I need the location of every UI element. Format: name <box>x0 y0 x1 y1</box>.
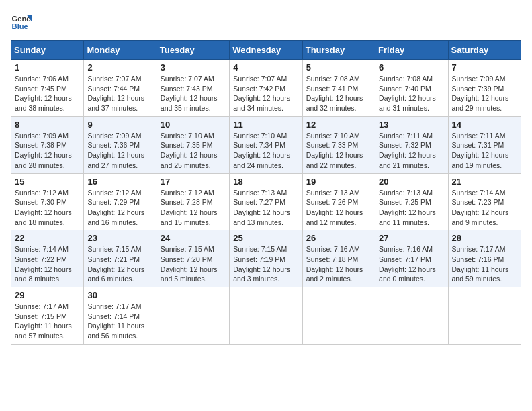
table-row: 29Sunrise: 7:17 AMSunset: 7:15 PMDayligh… <box>11 287 84 345</box>
day-number: 6 <box>379 62 444 73</box>
col-saturday: Saturday <box>448 41 521 60</box>
table-row: 10Sunrise: 7:10 AMSunset: 7:35 PMDayligh… <box>157 116 229 173</box>
calendar-row: 15Sunrise: 7:12 AMSunset: 7:30 PMDayligh… <box>11 173 521 230</box>
table-row: 26Sunrise: 7:16 AMSunset: 7:18 PMDayligh… <box>302 230 375 287</box>
table-row: 3Sunrise: 7:07 AMSunset: 7:43 PMDaylight… <box>157 60 229 117</box>
day-number: 9 <box>87 120 152 130</box>
day-number: 24 <box>161 233 226 243</box>
table-row: 5Sunrise: 7:08 AMSunset: 7:41 PMDaylight… <box>302 60 375 117</box>
day-number: 12 <box>306 120 371 130</box>
table-row <box>157 287 229 345</box>
calendar-row: 22Sunrise: 7:14 AMSunset: 7:22 PMDayligh… <box>11 230 521 287</box>
col-monday: Monday <box>84 41 157 60</box>
day-info: Sunrise: 7:08 AMSunset: 7:40 PMDaylight:… <box>379 74 444 113</box>
day-number: 23 <box>87 233 152 243</box>
logo-icon: General Blue <box>11 11 32 32</box>
table-row: 21Sunrise: 7:14 AMSunset: 7:23 PMDayligh… <box>448 173 521 230</box>
day-number: 1 <box>15 62 80 73</box>
table-row: 1Sunrise: 7:06 AMSunset: 7:45 PMDaylight… <box>11 60 84 117</box>
day-info: Sunrise: 7:14 AMSunset: 7:23 PMDaylight:… <box>452 188 517 228</box>
table-row: 18Sunrise: 7:13 AMSunset: 7:27 PMDayligh… <box>230 173 302 230</box>
day-number: 29 <box>15 290 80 300</box>
day-info: Sunrise: 7:10 AMSunset: 7:33 PMDaylight:… <box>306 131 371 171</box>
day-number: 5 <box>306 62 371 73</box>
day-number: 27 <box>379 233 444 243</box>
day-info: Sunrise: 7:17 AMSunset: 7:16 PMDaylight:… <box>452 244 517 284</box>
table-row: 20Sunrise: 7:13 AMSunset: 7:25 PMDayligh… <box>375 173 448 230</box>
svg-text:Blue: Blue <box>12 22 28 30</box>
logo: General Blue <box>11 11 32 32</box>
day-info: Sunrise: 7:09 AMSunset: 7:38 PMDaylight:… <box>15 131 80 171</box>
table-row: 6Sunrise: 7:08 AMSunset: 7:40 PMDaylight… <box>375 60 448 117</box>
day-number: 4 <box>233 62 298 73</box>
day-info: Sunrise: 7:16 AMSunset: 7:18 PMDaylight:… <box>306 244 371 284</box>
table-row: 22Sunrise: 7:14 AMSunset: 7:22 PMDayligh… <box>11 230 84 287</box>
day-info: Sunrise: 7:07 AMSunset: 7:43 PMDaylight:… <box>161 74 226 113</box>
day-number: 7 <box>452 62 517 73</box>
day-number: 17 <box>161 177 226 187</box>
day-number: 8 <box>15 120 80 130</box>
day-info: Sunrise: 7:06 AMSunset: 7:45 PMDaylight:… <box>15 74 80 113</box>
day-info: Sunrise: 7:09 AMSunset: 7:36 PMDaylight:… <box>87 131 152 171</box>
calendar-table: Sunday Monday Tuesday Wednesday Thursday… <box>11 40 521 345</box>
day-info: Sunrise: 7:08 AMSunset: 7:41 PMDaylight:… <box>306 74 371 113</box>
day-number: 18 <box>233 177 298 187</box>
table-row: 27Sunrise: 7:16 AMSunset: 7:17 PMDayligh… <box>375 230 448 287</box>
table-row: 16Sunrise: 7:12 AMSunset: 7:29 PMDayligh… <box>84 173 157 230</box>
day-info: Sunrise: 7:12 AMSunset: 7:28 PMDaylight:… <box>161 188 226 228</box>
col-friday: Friday <box>375 41 448 60</box>
table-row: 2Sunrise: 7:07 AMSunset: 7:44 PMDaylight… <box>84 60 157 117</box>
day-number: 3 <box>161 62 226 73</box>
day-info: Sunrise: 7:11 AMSunset: 7:32 PMDaylight:… <box>379 131 444 171</box>
day-info: Sunrise: 7:11 AMSunset: 7:31 PMDaylight:… <box>452 131 517 171</box>
table-row: 11Sunrise: 7:10 AMSunset: 7:34 PMDayligh… <box>230 116 302 173</box>
table-row: 12Sunrise: 7:10 AMSunset: 7:33 PMDayligh… <box>302 116 375 173</box>
day-number: 10 <box>161 120 226 130</box>
day-number: 26 <box>306 233 371 243</box>
col-wednesday: Wednesday <box>230 41 302 60</box>
table-row: 9Sunrise: 7:09 AMSunset: 7:36 PMDaylight… <box>84 116 157 173</box>
table-row: 25Sunrise: 7:15 AMSunset: 7:19 PMDayligh… <box>230 230 302 287</box>
calendar-row: 29Sunrise: 7:17 AMSunset: 7:15 PMDayligh… <box>11 287 521 345</box>
day-info: Sunrise: 7:10 AMSunset: 7:35 PMDaylight:… <box>161 131 226 171</box>
day-info: Sunrise: 7:09 AMSunset: 7:39 PMDaylight:… <box>452 74 517 113</box>
col-thursday: Thursday <box>302 41 375 60</box>
table-row: 7Sunrise: 7:09 AMSunset: 7:39 PMDaylight… <box>448 60 521 117</box>
day-number: 30 <box>87 290 152 300</box>
day-info: Sunrise: 7:10 AMSunset: 7:34 PMDaylight:… <box>233 131 298 171</box>
table-row: 13Sunrise: 7:11 AMSunset: 7:32 PMDayligh… <box>375 116 448 173</box>
day-info: Sunrise: 7:13 AMSunset: 7:27 PMDaylight:… <box>233 188 298 228</box>
day-info: Sunrise: 7:17 AMSunset: 7:14 PMDaylight:… <box>87 302 152 341</box>
table-row: 30Sunrise: 7:17 AMSunset: 7:14 PMDayligh… <box>84 287 157 345</box>
day-info: Sunrise: 7:16 AMSunset: 7:17 PMDaylight:… <box>379 244 444 284</box>
day-info: Sunrise: 7:15 AMSunset: 7:20 PMDaylight:… <box>161 244 226 284</box>
day-number: 2 <box>87 62 152 73</box>
table-row <box>375 287 448 345</box>
table-row: 4Sunrise: 7:07 AMSunset: 7:42 PMDaylight… <box>230 60 302 117</box>
table-row: 19Sunrise: 7:13 AMSunset: 7:26 PMDayligh… <box>302 173 375 230</box>
table-row <box>448 287 521 345</box>
table-row: 23Sunrise: 7:15 AMSunset: 7:21 PMDayligh… <box>84 230 157 287</box>
day-info: Sunrise: 7:14 AMSunset: 7:22 PMDaylight:… <box>15 244 80 284</box>
day-number: 14 <box>452 120 517 130</box>
day-number: 22 <box>15 233 80 243</box>
day-number: 28 <box>452 233 517 243</box>
day-info: Sunrise: 7:15 AMSunset: 7:21 PMDaylight:… <box>87 244 152 284</box>
table-row <box>302 287 375 345</box>
day-number: 19 <box>306 177 371 187</box>
table-row: 28Sunrise: 7:17 AMSunset: 7:16 PMDayligh… <box>448 230 521 287</box>
day-number: 13 <box>379 120 444 130</box>
calendar-header-row: Sunday Monday Tuesday Wednesday Thursday… <box>11 41 521 60</box>
day-info: Sunrise: 7:12 AMSunset: 7:30 PMDaylight:… <box>15 188 80 228</box>
table-row: 8Sunrise: 7:09 AMSunset: 7:38 PMDaylight… <box>11 116 84 173</box>
calendar-row: 1Sunrise: 7:06 AMSunset: 7:45 PMDaylight… <box>11 60 521 117</box>
day-info: Sunrise: 7:13 AMSunset: 7:26 PMDaylight:… <box>306 188 371 228</box>
day-info: Sunrise: 7:12 AMSunset: 7:29 PMDaylight:… <box>87 188 152 228</box>
day-info: Sunrise: 7:15 AMSunset: 7:19 PMDaylight:… <box>233 244 298 284</box>
day-info: Sunrise: 7:07 AMSunset: 7:44 PMDaylight:… <box>87 74 152 113</box>
day-info: Sunrise: 7:13 AMSunset: 7:25 PMDaylight:… <box>379 188 444 228</box>
table-row: 15Sunrise: 7:12 AMSunset: 7:30 PMDayligh… <box>11 173 84 230</box>
day-info: Sunrise: 7:07 AMSunset: 7:42 PMDaylight:… <box>233 74 298 113</box>
col-tuesday: Tuesday <box>157 41 229 60</box>
day-info: Sunrise: 7:17 AMSunset: 7:15 PMDaylight:… <box>15 302 80 341</box>
